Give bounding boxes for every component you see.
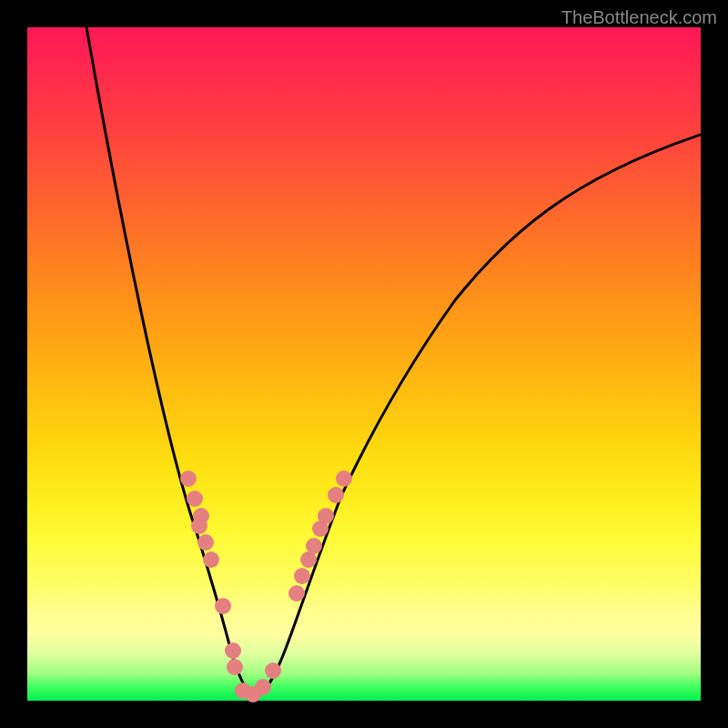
data-marker [328,487,344,503]
data-marker [227,659,243,675]
chart-background [27,27,701,701]
data-marker [215,598,231,614]
data-marker [265,662,281,679]
data-marker [288,585,305,602]
data-marker [197,534,214,551]
watermark-text: TheBottleneck.com [561,7,717,28]
data-marker [180,470,197,487]
data-marker [306,538,322,554]
data-marker [191,518,207,534]
data-markers-group [27,27,701,701]
data-marker [294,568,310,584]
data-marker [225,642,241,659]
data-marker [336,470,352,487]
data-marker [203,551,219,568]
data-marker [318,508,334,524]
data-marker [255,679,271,695]
data-marker [187,490,203,507]
